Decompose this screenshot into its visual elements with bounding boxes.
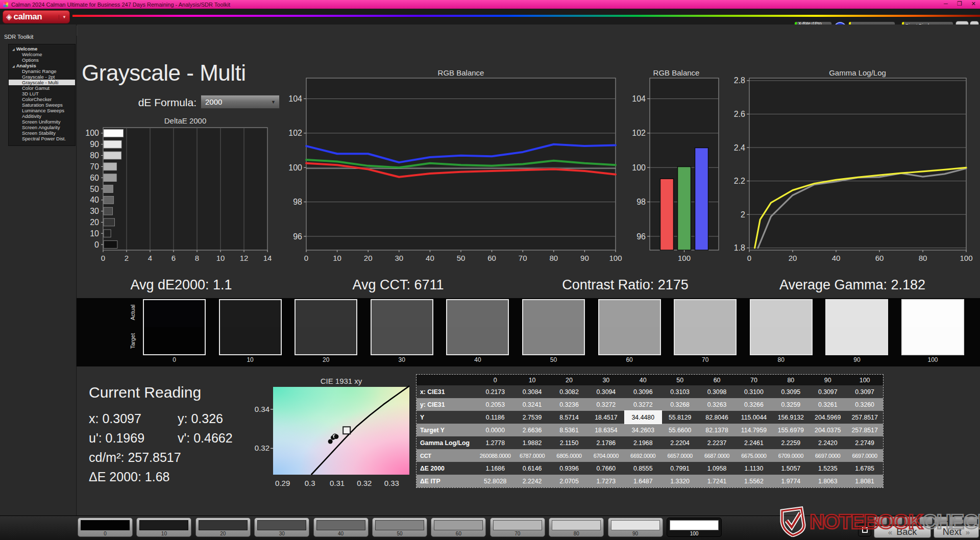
- swatch-target: [599, 327, 660, 354]
- sidebar-item-screen-stability[interactable]: Screen Stability: [9, 130, 75, 136]
- level-swatch: [434, 520, 483, 530]
- table-row-label: Y: [416, 411, 477, 424]
- table-cell: 0.3268: [662, 398, 698, 411]
- cie-axis-label: 0.31: [328, 479, 346, 487]
- stop-button[interactable]: [858, 524, 871, 536]
- svg-text:2.8: 2.8: [734, 76, 745, 85]
- sidebar-item-additivity[interactable]: Additivity: [9, 113, 75, 119]
- sidebar-item-colorchecker[interactable]: ColorChecker: [9, 96, 75, 102]
- calman-menu-button[interactable]: ◈ calman ▼: [3, 10, 70, 23]
- mini-toolbar-button[interactable]: [874, 517, 887, 525]
- level-button-60[interactable]: 60: [431, 518, 486, 537]
- reading-v-prime: v': 0.4662: [178, 431, 233, 446]
- gamma-log-log-chart: 2.82.62.42.221.8020406080100: [725, 77, 972, 265]
- sidebar-item-screen-angularity[interactable]: Screen Angularity: [9, 125, 75, 130]
- table-cell: 6709.0000: [772, 449, 809, 462]
- level-button-70[interactable]: 70: [490, 518, 545, 537]
- table-row: y: CIE310.20530.32410.32360.32720.32720.…: [416, 398, 883, 411]
- mini-toolbar-button[interactable]: [934, 517, 947, 525]
- table-cell: 2.2242: [513, 475, 550, 487]
- level-swatch: [81, 520, 130, 530]
- sidebar-item-grayscale-multi[interactable]: Grayscale - Multi: [9, 80, 75, 85]
- sidebar-item-dynamic-range[interactable]: Dynamic Range: [9, 68, 75, 74]
- swatch-label: 70: [674, 356, 737, 363]
- swatch-target: [902, 327, 963, 354]
- de-formula-label: dE Formula:: [77, 96, 197, 109]
- sidebar-item-welcome[interactable]: Welcome: [9, 52, 75, 57]
- de-formula-select[interactable]: 2000 ▼: [201, 95, 280, 109]
- sidebar-item-grayscale-2pt[interactable]: Grayscale - 2pt: [9, 74, 75, 80]
- svg-text:40: 40: [832, 254, 841, 262]
- sidebar-item-3d-lut[interactable]: 3D LUT: [9, 91, 75, 96]
- level-button-0[interactable]: 0: [78, 518, 133, 537]
- level-button-80[interactable]: 80: [549, 518, 604, 537]
- level-button-10[interactable]: 10: [136, 518, 191, 537]
- svg-text:80: 80: [919, 254, 927, 262]
- swatch-label: 40: [446, 356, 509, 363]
- svg-text:50: 50: [90, 185, 99, 193]
- level-button-100[interactable]: 100: [667, 518, 722, 537]
- mini-toolbar-button[interactable]: [964, 517, 977, 525]
- back-button[interactable]: « Back: [874, 526, 931, 538]
- sidebar-item-saturation-sweeps[interactable]: Saturation Sweeps: [9, 102, 75, 108]
- svg-text:10: 10: [90, 229, 99, 238]
- gamma-chart-title: Gamma Log/Log: [755, 68, 960, 77]
- swatch-target: [447, 327, 508, 354]
- sidebar-item-options[interactable]: Options: [9, 57, 75, 63]
- brand-label: calman: [14, 12, 42, 22]
- table-cell: 6805.0000: [551, 449, 587, 462]
- svg-text:10: 10: [333, 254, 341, 262]
- back-label: Back: [896, 527, 917, 537]
- table-cell: 0.3082: [551, 385, 587, 398]
- stop-icon: [862, 527, 868, 533]
- sidebar-item-welcome[interactable]: ◢Welcome: [9, 46, 75, 52]
- tree-expanded-icon: ◢: [12, 48, 15, 51]
- level-button-20[interactable]: 20: [195, 518, 251, 537]
- table-column-header: 90: [810, 375, 846, 385]
- level-button-30[interactable]: 30: [254, 518, 309, 537]
- cie-axis-label: 0.32: [250, 444, 270, 452]
- table-cell: 2.2749: [846, 436, 883, 449]
- minimize-icon[interactable]: ─: [944, 1, 948, 7]
- cie-1931-chart: [273, 387, 409, 475]
- table-cell: 1.5235: [810, 462, 846, 475]
- table-cell: 6675.0000: [736, 449, 772, 462]
- level-button-50[interactable]: 50: [372, 518, 427, 537]
- mini-toolbar-button[interactable]: [919, 517, 933, 525]
- avg-de-summary: Avg dE2000: 1.1: [77, 277, 286, 293]
- cie-axis-label: 0.33: [382, 479, 401, 487]
- mini-toolbar-button[interactable]: [904, 517, 917, 525]
- table-cell: 257.8517: [846, 424, 883, 436]
- close-icon[interactable]: ✕: [971, 1, 976, 7]
- table-row: x: CIE310.21730.30840.30820.30940.30960.…: [416, 385, 883, 398]
- workflow-tree: ◢WelcomeWelcomeOptions◢AnalysisDynamic R…: [8, 44, 76, 146]
- table-cell: 6657.0000: [662, 449, 698, 462]
- svg-text:80: 80: [549, 254, 558, 262]
- svg-text:40: 40: [426, 254, 434, 262]
- svg-text:2.2: 2.2: [734, 177, 745, 185]
- table-cell: 1.1686: [477, 462, 513, 475]
- mini-toolbar-button[interactable]: [889, 517, 902, 525]
- table-row: ΔE ITP52.80282.22422.07051.72731.64871.3…: [416, 475, 883, 487]
- sidebar-item-luminance-sweeps[interactable]: Luminance Sweeps: [9, 108, 75, 113]
- sidebar-item-analysis[interactable]: ◢Analysis: [9, 63, 75, 68]
- swatch-actual: [523, 300, 584, 327]
- maximize-icon[interactable]: ❒: [957, 1, 962, 7]
- level-button-90[interactable]: 90: [608, 518, 663, 537]
- table-cell: 0.3241: [513, 398, 550, 411]
- window-title: Calman 2024 Calman Ultimate for Business…: [11, 2, 230, 8]
- deltae-2000-chart: 024681012141009080706050403020100: [77, 126, 281, 266]
- mini-toolbar-button[interactable]: [949, 517, 963, 525]
- sidebar-item-spectral-power-dist-[interactable]: Spectral Power Dist.: [9, 136, 75, 141]
- contrast-ratio-summary: Contrast Ratio: 2175: [516, 277, 735, 293]
- table-column-header: 10: [513, 375, 550, 385]
- reading-u-prime: u': 0.1969: [89, 431, 144, 446]
- rgb-balance-line-title: RGB Balance: [306, 68, 616, 77]
- chevron-double-right-icon: »: [966, 528, 970, 536]
- next-button[interactable]: Next »: [934, 526, 979, 538]
- sidebar-item-screen-uniformity[interactable]: Screen Uniformity: [9, 119, 75, 125]
- table-row-label: ΔE ITP: [416, 475, 477, 487]
- level-button-40[interactable]: 40: [313, 518, 369, 537]
- sidebar-item-color-gamut[interactable]: Color Gamut: [9, 85, 75, 91]
- svg-text:102: 102: [632, 129, 646, 137]
